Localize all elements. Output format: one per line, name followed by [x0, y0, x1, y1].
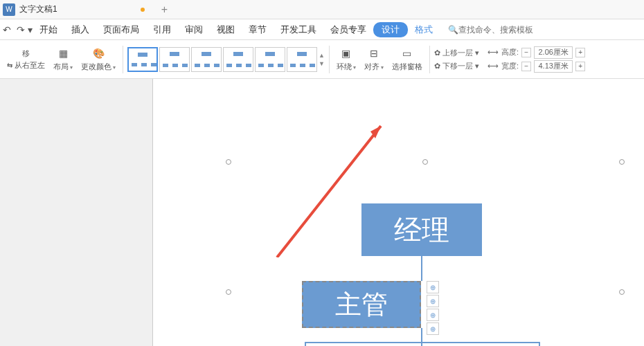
search-input[interactable] [458, 25, 542, 35]
select-pane-group[interactable]: ▭ 选择窗格 [389, 46, 425, 72]
titlebar: W 文字文稿1 + [0, 0, 644, 19]
menu-reference[interactable]: 引用 [146, 24, 178, 36]
resize-handle-nw[interactable] [226, 159, 231, 165]
chevron-down-icon: ▾ [113, 64, 116, 71]
gallery-up-icon[interactable]: ▲ [319, 52, 325, 59]
menu-dev-tools[interactable]: 开发工具 [274, 24, 323, 36]
new-tab-button[interactable]: + [161, 3, 168, 16]
layout-group[interactable]: ▦ 布局▾ [51, 46, 75, 72]
rtl-label[interactable]: ⇆ 从右至左 [7, 60, 45, 71]
align-icon: ⊟ [367, 46, 381, 60]
menu-design[interactable]: 设计 [373, 22, 408, 37]
layout-style-1[interactable] [127, 47, 158, 72]
select-pane-icon: ▭ [400, 46, 414, 60]
height-icon: ⟷ [488, 48, 499, 57]
layout-style-5[interactable] [255, 47, 285, 72]
undo-icon[interactable]: ↶ [3, 24, 11, 35]
document-canvas[interactable]: 经理 主管 职员A 职员B 职员C ⊕ ⊕ ⊕ ⊕ ▭ [0, 79, 644, 346]
ribbon-toolbar: 移 ⇆ 从右至左 ▦ 布局▾ 🎨 更改颜色▾ ▲ ▼ ▣ 环绕▾ ⊟ 对齐▾ ▭… [0, 40, 644, 79]
size-controls: ⟷ 高度: − + ⟷ 宽度: − + [488, 46, 585, 73]
chevron-down-icon: ▾ [353, 64, 356, 71]
layout-icon: ▦ [56, 46, 70, 60]
menu-chapter[interactable]: 章节 [242, 24, 274, 36]
layout-style-4[interactable] [223, 47, 253, 72]
layout-style-6[interactable] [287, 47, 317, 72]
height-label: 高度: [501, 47, 519, 57]
resize-handle-ne[interactable] [619, 159, 625, 165]
down-layer-button[interactable]: ✿ 下移一层 ▾ [434, 61, 479, 71]
unsaved-indicator [141, 8, 145, 12]
menu-member[interactable]: 会员专享 [323, 24, 373, 36]
divider [329, 46, 330, 73]
height-minus-button[interactable]: − [521, 48, 531, 57]
width-minus-button[interactable]: − [521, 62, 531, 71]
width-input[interactable] [534, 60, 573, 73]
menu-insert[interactable]: 插入 [64, 24, 96, 36]
move-group: 移 ⇆ 从右至左 [4, 48, 48, 71]
height-input[interactable] [534, 46, 573, 59]
app-icon: W [3, 3, 15, 16]
undo-redo-group: ↶ ↷ ▾ [3, 24, 33, 35]
menubar: ↶ ↷ ▾ 开始 插入 页面布局 引用 审阅 视图 章节 开发工具 会员专享 设… [0, 19, 644, 40]
resize-handle-e[interactable] [619, 289, 625, 295]
layout-style-gallery[interactable]: ▲ ▼ [127, 47, 325, 72]
up-layer-button[interactable]: ✿ 上移一层 ▾ [434, 48, 479, 58]
width-icon: ⟷ [488, 62, 499, 71]
document-title[interactable]: 文字文稿1 [19, 3, 57, 15]
width-label: 宽度: [501, 61, 519, 71]
redo-icon[interactable]: ↷ ▾ [17, 24, 33, 35]
divider [123, 46, 123, 73]
layout-style-3[interactable] [191, 47, 222, 72]
divider [429, 46, 430, 73]
menu-view[interactable]: 视图 [210, 24, 242, 36]
wrap-group[interactable]: ▣ 环绕▾ [334, 46, 359, 72]
search-icon: 🔍 [448, 25, 458, 35]
chevron-down-icon: ▾ [381, 64, 384, 71]
menu-format[interactable]: 格式 [408, 24, 440, 36]
height-plus-button[interactable]: + [575, 48, 585, 57]
change-color-group[interactable]: 🎨 更改颜色▾ [78, 46, 118, 72]
menu-page-layout[interactable]: 页面布局 [96, 24, 146, 36]
width-plus-button[interactable]: + [575, 62, 585, 71]
menu-start[interactable]: 开始 [33, 24, 64, 36]
move-label[interactable]: 移 [22, 48, 30, 59]
layout-style-2[interactable] [159, 47, 190, 72]
resize-handle-n[interactable] [422, 159, 428, 165]
wrap-icon: ▣ [339, 46, 353, 60]
chevron-down-icon: ▾ [70, 64, 73, 71]
menu-review[interactable]: 审阅 [178, 24, 210, 36]
align-group[interactable]: ⊟ 对齐▾ [361, 46, 386, 72]
gallery-down-icon[interactable]: ▼ [319, 60, 325, 67]
color-icon: 🎨 [91, 46, 105, 60]
resize-handle-w[interactable] [226, 289, 231, 295]
search-box[interactable]: 🔍 [448, 25, 542, 35]
selection-frame [229, 162, 622, 346]
